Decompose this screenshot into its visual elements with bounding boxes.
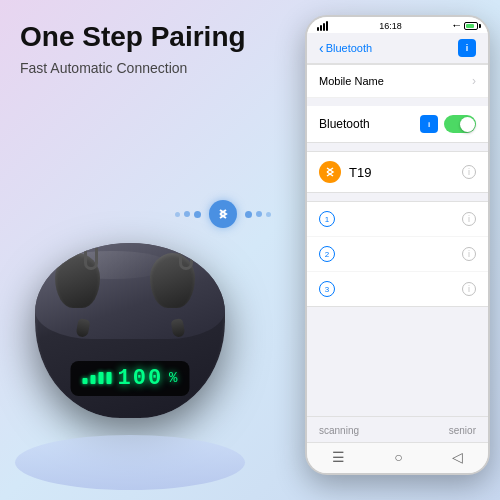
subheadline: Fast Automatic Connection <box>20 60 265 76</box>
bat-bar-1 <box>82 378 87 384</box>
bluetooth-toggle[interactable] <box>444 115 476 133</box>
status-time: 16:18 <box>379 21 402 31</box>
bt-dots-right <box>245 211 271 218</box>
device-1-icon: 1 <box>319 211 335 227</box>
earbud-left-tip <box>75 318 90 338</box>
sig-bar-1 <box>317 27 319 31</box>
phone-nav-bar: ☰ ○ ◁ <box>307 442 488 473</box>
bt-dot-3 <box>194 211 201 218</box>
back-button[interactable]: ‹ Bluetooth <box>319 40 372 56</box>
earbud-right <box>150 253 205 323</box>
bluetooth-symbol <box>209 200 237 228</box>
device-3-icon: 3 <box>319 281 335 297</box>
percent-sign: % <box>169 370 177 386</box>
device-1-left: 1 <box>319 211 343 227</box>
earbud-right-body <box>150 253 195 308</box>
earbud-left-body <box>55 253 100 308</box>
battery-bars <box>82 372 111 384</box>
bt-dot-1 <box>175 212 180 217</box>
other-devices-group: 1 i 2 i 3 i <box>307 201 488 307</box>
sig-bar-2 <box>320 25 322 31</box>
bt-status-icon: ⭠ <box>453 22 461 31</box>
sig-bar-4 <box>326 21 328 31</box>
pedestal <box>15 435 245 490</box>
earbud-right-tip <box>170 318 185 338</box>
device-2-icon: 2 <box>319 246 335 262</box>
case-lid <box>35 243 225 339</box>
sig-bar-3 <box>323 23 325 31</box>
device-3-left: 3 <box>319 281 343 297</box>
home-icon[interactable]: ○ <box>394 449 402 465</box>
back-nav-icon[interactable]: ◁ <box>452 449 463 465</box>
mobile-name-row[interactable]: Mobile Name › <box>307 64 488 98</box>
mobile-name-chevron: › <box>472 74 476 88</box>
battery-number: 100 <box>117 366 163 391</box>
bat-bar-4 <box>106 372 111 384</box>
device-1-info[interactable]: i <box>462 212 476 226</box>
earbuds-container: 100 % <box>20 220 240 440</box>
back-label: Bluetooth <box>326 42 372 54</box>
mobile-name-label: Mobile Name <box>319 75 384 87</box>
menu-icon[interactable]: ☰ <box>332 449 345 465</box>
bluetooth-dots-area <box>175 200 271 228</box>
device-2-left: 2 <box>319 246 343 262</box>
bluetooth-info-icon[interactable]: i <box>420 115 438 133</box>
t19-left: T19 <box>319 161 371 183</box>
device-row-3[interactable]: 3 i <box>307 272 488 306</box>
bat-bar-3 <box>98 372 103 384</box>
senior-label: senior <box>449 425 476 436</box>
bt-dot-r3 <box>266 212 271 217</box>
toggle-knob <box>460 117 475 132</box>
status-signal <box>317 21 328 31</box>
bluetooth-toggle-right: i <box>420 115 476 133</box>
t19-device-label: T19 <box>349 165 371 180</box>
status-right: ⭠ <box>453 22 478 31</box>
phone-mockup: 16:18 ⭠ ‹ Bluetooth i Mobile Name › Blue… <box>305 15 490 475</box>
phone-content: Mobile Name › Bluetooth i T19 i <box>307 64 488 416</box>
bluetooth-header: ‹ Bluetooth i <box>307 33 488 64</box>
phone-bottom-bar: scanning senior <box>307 416 488 442</box>
t19-device-icon <box>319 161 341 183</box>
earbud-left-hook <box>84 248 98 270</box>
battery-status-icon <box>464 22 478 30</box>
info-button[interactable]: i <box>458 39 476 57</box>
bluetooth-label: Bluetooth <box>319 117 370 131</box>
t19-device-row[interactable]: T19 i <box>307 151 488 193</box>
bat-bar-2 <box>90 375 95 384</box>
bt-dot-2 <box>184 211 190 217</box>
bt-dot-r1 <box>245 211 252 218</box>
scanning-label: scanning <box>319 425 359 436</box>
bluetooth-toggle-row: Bluetooth i <box>307 106 488 143</box>
status-bar: 16:18 ⭠ <box>307 17 488 33</box>
bt-dot-r2 <box>256 211 262 217</box>
led-display: 100 % <box>70 361 189 396</box>
earbud-right-hook <box>179 248 193 270</box>
case-body: 100 % <box>35 243 225 418</box>
device-row-1[interactable]: 1 i <box>307 202 488 237</box>
headline: One Step Pairing <box>20 20 265 54</box>
chevron-left-icon: ‹ <box>319 40 324 56</box>
device-row-2[interactable]: 2 i <box>307 237 488 272</box>
earbud-left <box>55 253 110 323</box>
t19-info-icon[interactable]: i <box>462 165 476 179</box>
device-2-info[interactable]: i <box>462 247 476 261</box>
signal-bars <box>317 21 328 31</box>
battery-fill <box>466 24 474 28</box>
device-3-info[interactable]: i <box>462 282 476 296</box>
